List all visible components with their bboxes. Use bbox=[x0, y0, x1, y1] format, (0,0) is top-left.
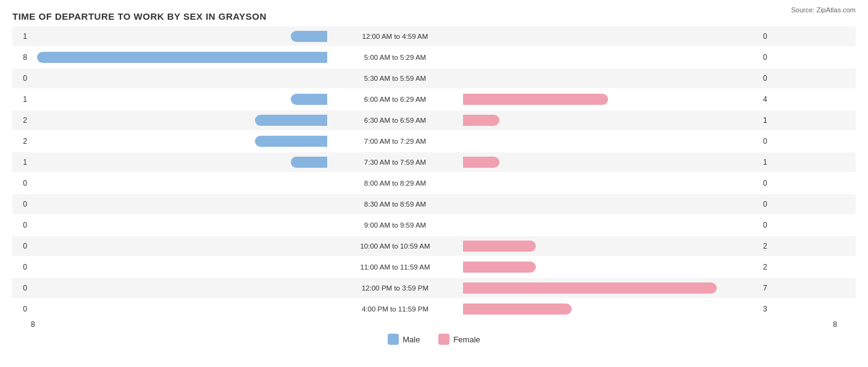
female-value: 4 bbox=[759, 95, 778, 104]
female-legend-box bbox=[438, 334, 449, 345]
male-value: 0 bbox=[12, 74, 31, 83]
male-bar bbox=[291, 157, 327, 168]
time-label: 12:00 AM to 4:59 AM bbox=[327, 33, 463, 40]
legend: Male Female bbox=[12, 334, 856, 345]
time-label: 7:30 AM to 7:59 AM bbox=[327, 159, 463, 166]
female-bar bbox=[463, 157, 499, 168]
axis-left: 8 bbox=[31, 320, 35, 329]
chart-row: 0 8:00 AM to 8:29 AM 0 bbox=[12, 173, 856, 193]
chart-row: 1 6:00 AM to 6:29 AM 4 bbox=[12, 89, 856, 109]
chart-area: 1 12:00 AM to 4:59 AM 0 8 5:00 AM to 5:2… bbox=[12, 27, 856, 319]
time-label: 11:00 AM to 11:59 AM bbox=[327, 263, 463, 271]
female-value: 1 bbox=[759, 158, 778, 167]
female-value: 0 bbox=[759, 53, 778, 62]
female-value: 0 bbox=[759, 179, 778, 188]
male-value: 8 bbox=[12, 53, 31, 62]
axis-right: 8 bbox=[833, 320, 837, 329]
female-bar bbox=[463, 303, 572, 315]
male-bar bbox=[291, 31, 327, 42]
male-value: 0 bbox=[12, 179, 31, 188]
chart-row: 2 6:30 AM to 6:59 AM 1 bbox=[12, 110, 856, 130]
male-value: 0 bbox=[12, 242, 31, 250]
female-bar bbox=[463, 115, 499, 126]
male-legend-box bbox=[388, 334, 399, 345]
male-value: 0 bbox=[12, 263, 31, 271]
chart-row: 0 12:00 PM to 3:59 PM 7 bbox=[12, 278, 856, 298]
female-value: 2 bbox=[759, 263, 778, 271]
female-value: 7 bbox=[759, 284, 778, 292]
time-label: 8:30 AM to 8:59 AM bbox=[327, 200, 463, 208]
male-value: 1 bbox=[12, 158, 31, 167]
male-bar-section bbox=[31, 136, 327, 147]
axis-labels: 8 8 bbox=[12, 320, 856, 329]
time-label: 5:30 AM to 5:59 AM bbox=[327, 75, 463, 82]
male-value: 0 bbox=[12, 200, 31, 208]
time-label: 6:30 AM to 6:59 AM bbox=[327, 117, 463, 124]
male-bar-section bbox=[31, 115, 327, 126]
female-bar bbox=[463, 262, 536, 273]
chart-row: 0 8:30 AM to 8:59 AM 0 bbox=[12, 194, 856, 214]
male-bar-section bbox=[31, 157, 327, 168]
time-label: 10:00 AM to 10:59 AM bbox=[327, 242, 463, 250]
chart-title: TIME OF DEPARTURE TO WORK BY SEX IN GRAY… bbox=[12, 6, 856, 24]
female-legend-label: Female bbox=[453, 335, 480, 344]
chart-row: 8 5:00 AM to 5:29 AM 0 bbox=[12, 47, 856, 67]
chart-row: 0 10:00 AM to 10:59 AM 2 bbox=[12, 236, 856, 256]
female-bar-section bbox=[463, 303, 759, 315]
chart-container: TIME OF DEPARTURE TO WORK BY SEX IN GRAY… bbox=[0, 0, 868, 367]
female-bar-section bbox=[463, 115, 759, 126]
female-bar-section bbox=[463, 94, 759, 105]
male-legend-label: Male bbox=[403, 335, 420, 344]
male-value: 1 bbox=[12, 95, 31, 104]
male-bar-section bbox=[31, 94, 327, 105]
male-bar-section bbox=[31, 31, 327, 42]
male-value: 0 bbox=[12, 284, 31, 292]
male-bar-section bbox=[31, 52, 327, 63]
male-value: 2 bbox=[12, 137, 31, 146]
time-label: 5:00 AM to 5:29 AM bbox=[327, 54, 463, 61]
female-bar bbox=[463, 241, 536, 252]
male-value: 0 bbox=[12, 305, 31, 313]
male-bar bbox=[291, 94, 327, 105]
female-value: 1 bbox=[759, 116, 778, 125]
male-value: 2 bbox=[12, 116, 31, 125]
female-bar-section bbox=[463, 241, 759, 252]
male-bar bbox=[255, 136, 328, 147]
legend-male: Male bbox=[388, 334, 420, 345]
time-label: 6:00 AM to 6:29 AM bbox=[327, 96, 463, 103]
chart-row: 1 7:30 AM to 7:59 AM 1 bbox=[12, 152, 856, 172]
chart-row: 2 7:00 AM to 7:29 AM 0 bbox=[12, 131, 856, 151]
chart-row: 0 9:00 AM to 9:59 AM 0 bbox=[12, 215, 856, 235]
male-value: 0 bbox=[12, 221, 31, 229]
female-bar-section bbox=[463, 157, 759, 168]
female-value: 0 bbox=[759, 137, 778, 146]
female-value: 0 bbox=[759, 221, 778, 229]
chart-row: 1 12:00 AM to 4:59 AM 0 bbox=[12, 27, 856, 46]
time-label: 4:00 PM to 11:59 PM bbox=[327, 305, 463, 313]
time-label: 7:00 AM to 7:29 AM bbox=[327, 138, 463, 145]
female-value: 0 bbox=[759, 32, 778, 41]
male-value: 1 bbox=[12, 32, 31, 41]
chart-row: 0 4:00 PM to 11:59 PM 3 bbox=[12, 299, 856, 319]
female-bar-section bbox=[463, 262, 759, 273]
chart-row: 0 11:00 AM to 11:59 AM 2 bbox=[12, 257, 856, 277]
time-label: 12:00 PM to 3:59 PM bbox=[327, 284, 463, 292]
female-value: 0 bbox=[759, 200, 778, 208]
source-label: Source: ZipAtlas.com bbox=[791, 6, 856, 14]
time-label: 8:00 AM to 8:29 AM bbox=[327, 179, 463, 187]
male-bar bbox=[255, 115, 328, 126]
female-value: 3 bbox=[759, 305, 778, 313]
female-value: 0 bbox=[759, 74, 778, 83]
female-bar-section bbox=[463, 282, 759, 294]
female-bar bbox=[463, 94, 608, 105]
female-bar bbox=[463, 282, 717, 294]
male-bar bbox=[37, 52, 327, 63]
time-label: 9:00 AM to 9:59 AM bbox=[327, 221, 463, 229]
legend-female: Female bbox=[438, 334, 480, 345]
chart-row: 0 5:30 AM to 5:59 AM 0 bbox=[12, 68, 856, 88]
female-value: 2 bbox=[759, 242, 778, 250]
